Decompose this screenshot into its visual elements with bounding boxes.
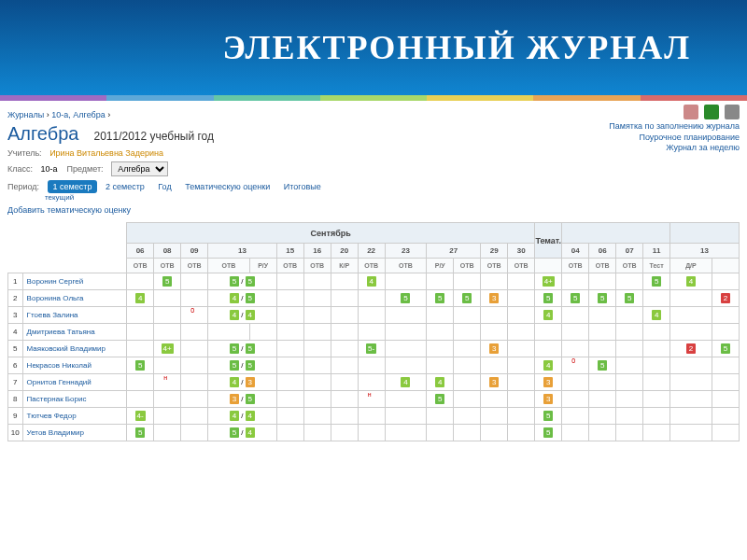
grade-cell[interactable]: 5 / 4: [208, 425, 277, 441]
grade-cell[interactable]: [643, 408, 670, 425]
grade-cell[interactable]: [616, 391, 643, 408]
subject-select[interactable]: Алгебра: [111, 161, 168, 176]
day-header[interactable]: 13: [670, 244, 740, 259]
grade-cell[interactable]: [562, 374, 589, 391]
grade-cell[interactable]: [358, 425, 385, 441]
grade-cell[interactable]: 5 / 5: [208, 357, 277, 374]
grade-cell[interactable]: [712, 357, 739, 374]
student-name[interactable]: Воронин Сергей: [22, 273, 127, 290]
grade-cell[interactable]: [481, 357, 508, 374]
crumb-class[interactable]: 10-а, Алгебра: [51, 110, 105, 119]
grade-cell[interactable]: 5: [427, 391, 454, 408]
grade-cell[interactable]: [181, 357, 208, 374]
grade-cell[interactable]: 3: [535, 374, 562, 391]
grade-cell[interactable]: [712, 374, 739, 391]
day-header[interactable]: 09: [181, 244, 208, 259]
grade-cell[interactable]: 4: [535, 307, 562, 324]
student-name[interactable]: Гтоева Залина: [22, 307, 127, 324]
grade-cell[interactable]: [616, 374, 643, 391]
link-guide[interactable]: Памятка по заполнению журнала: [609, 121, 740, 133]
grade-cell[interactable]: [385, 391, 427, 408]
grade-cell[interactable]: н: [358, 391, 385, 408]
grade-cell[interactable]: [331, 374, 358, 391]
grade-cell[interactable]: 4: [427, 374, 454, 391]
grade-cell[interactable]: [616, 273, 643, 290]
grade-cell[interactable]: [427, 341, 454, 357]
day-header[interactable]: 06: [127, 244, 154, 259]
grade-cell[interactable]: [276, 391, 303, 408]
grade-cell[interactable]: [154, 307, 181, 324]
grade-cell[interactable]: 2: [712, 290, 739, 307]
grade-cell[interactable]: [127, 324, 154, 341]
grade-cell[interactable]: [181, 408, 208, 425]
grade-cell[interactable]: [427, 425, 454, 441]
grade-cell[interactable]: [589, 341, 616, 357]
grade-cell[interactable]: [181, 425, 208, 441]
grade-cell[interactable]: [589, 408, 616, 425]
grade-cell[interactable]: [481, 324, 508, 341]
grade-cell[interactable]: 4: [643, 307, 670, 324]
grade-cell[interactable]: [481, 273, 508, 290]
tab-sem2[interactable]: 2 семестр: [100, 180, 150, 193]
grade-cell[interactable]: [385, 408, 427, 425]
grade-cell[interactable]: [670, 324, 712, 341]
grade-cell[interactable]: 5 / 5: [208, 273, 277, 290]
grade-cell[interactable]: [385, 425, 427, 441]
grade-cell[interactable]: [331, 341, 358, 357]
grade-cell[interactable]: [154, 408, 181, 425]
grade-cell[interactable]: [562, 324, 589, 341]
day-header[interactable]: 27: [427, 244, 481, 259]
grade-cell[interactable]: [331, 357, 358, 374]
grade-cell[interactable]: [208, 324, 250, 341]
grade-cell[interactable]: [454, 425, 481, 441]
guide-icon[interactable]: [684, 105, 698, 119]
grade-cell[interactable]: [712, 425, 739, 441]
grade-cell[interactable]: [670, 357, 712, 374]
grade-cell[interactable]: 4-: [127, 408, 154, 425]
grade-cell[interactable]: [331, 391, 358, 408]
grade-cell[interactable]: [616, 408, 643, 425]
grade-cell[interactable]: 4+: [535, 273, 562, 290]
day-header[interactable]: 30: [508, 244, 535, 259]
grade-cell[interactable]: 0: [181, 307, 208, 324]
grade-cell[interactable]: [181, 290, 208, 307]
grade-cell[interactable]: [276, 425, 303, 441]
grade-cell[interactable]: [481, 408, 508, 425]
grade-cell[interactable]: [643, 425, 670, 441]
grade-cell[interactable]: [508, 374, 535, 391]
grade-cell[interactable]: [562, 307, 589, 324]
grade-cell[interactable]: 3 / 5: [208, 391, 277, 408]
day-header[interactable]: 11: [643, 244, 670, 259]
day-header[interactable]: 13: [208, 244, 277, 259]
grade-cell[interactable]: [385, 341, 427, 357]
grade-cell[interactable]: [562, 425, 589, 441]
grade-cell[interactable]: [616, 341, 643, 357]
grade-cell[interactable]: [303, 408, 331, 425]
grade-cell[interactable]: [643, 290, 670, 307]
grade-cell[interactable]: [508, 425, 535, 441]
grade-cell[interactable]: 5: [535, 290, 562, 307]
grade-cell[interactable]: [589, 425, 616, 441]
grade-cell[interactable]: 5: [712, 341, 739, 357]
grade-cell[interactable]: [670, 391, 712, 408]
grade-cell[interactable]: [331, 324, 358, 341]
grade-cell[interactable]: [127, 307, 154, 324]
day-header[interactable]: 07: [616, 244, 643, 259]
grade-cell[interactable]: 4 / 3: [208, 374, 277, 391]
grade-cell[interactable]: 5-: [358, 341, 385, 357]
grade-cell[interactable]: [670, 307, 712, 324]
grade-cell[interactable]: [427, 408, 454, 425]
grade-cell[interactable]: [385, 357, 427, 374]
grade-cell[interactable]: 0: [562, 357, 589, 374]
grade-cell[interactable]: 4: [358, 273, 385, 290]
grade-cell[interactable]: [535, 341, 562, 357]
grade-cell[interactable]: [712, 408, 739, 425]
grade-cell[interactable]: 5: [427, 290, 454, 307]
grade-cell[interactable]: [508, 307, 535, 324]
day-header[interactable]: 20: [331, 244, 358, 259]
grade-cell[interactable]: [562, 408, 589, 425]
grade-cell[interactable]: 5: [535, 408, 562, 425]
grade-cell[interactable]: [670, 290, 712, 307]
tab-sem1[interactable]: 1 семестр: [48, 180, 98, 193]
grade-cell[interactable]: [358, 324, 385, 341]
